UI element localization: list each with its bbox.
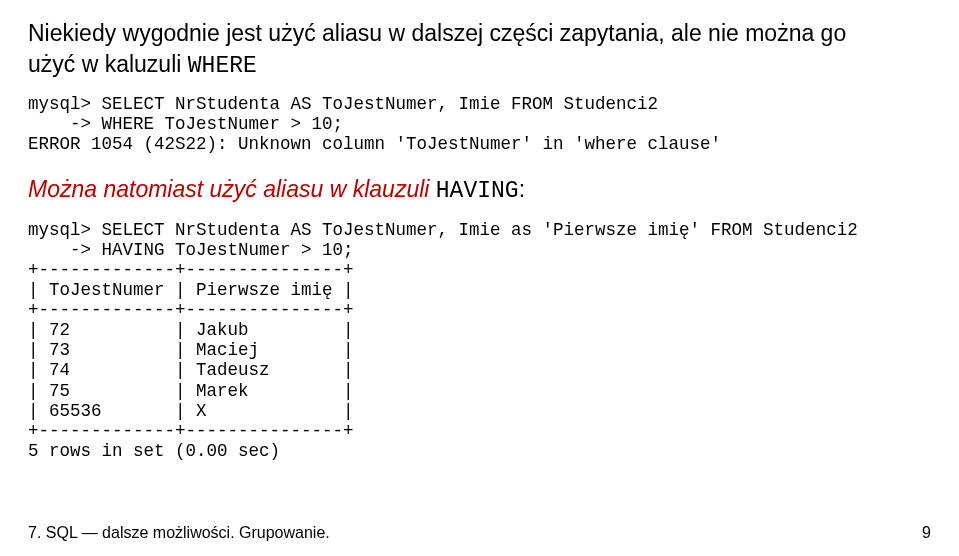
code-block-1: mysql> SELECT NrStudenta AS ToJestNumer,… — [28, 94, 931, 154]
intro-line2-prefix: użyć w kaluzuli — [28, 51, 188, 77]
footer: 7. SQL — dalsze możliwości. Grupowanie. … — [28, 524, 931, 542]
mozna-colon: : — [519, 176, 525, 202]
page-number: 9 — [922, 524, 931, 542]
footer-left: 7. SQL — dalsze możliwości. Grupowanie. — [28, 524, 330, 542]
intro-line1: Niekiedy wygodnie jest użyć aliasu w dal… — [28, 20, 846, 46]
where-keyword: WHERE — [188, 53, 257, 79]
mozna-italic-text: Można natomiast użyć aliasu w klauzuli — [28, 176, 436, 202]
intro-paragraph: Niekiedy wygodnie jest użyć aliasu w dal… — [28, 18, 931, 82]
having-keyword: HAVING — [436, 178, 519, 204]
code-block-2: mysql> SELECT NrStudenta AS ToJestNumer,… — [28, 220, 931, 462]
mozna-paragraph: Można natomiast użyć aliasu w klauzuli H… — [28, 174, 931, 207]
